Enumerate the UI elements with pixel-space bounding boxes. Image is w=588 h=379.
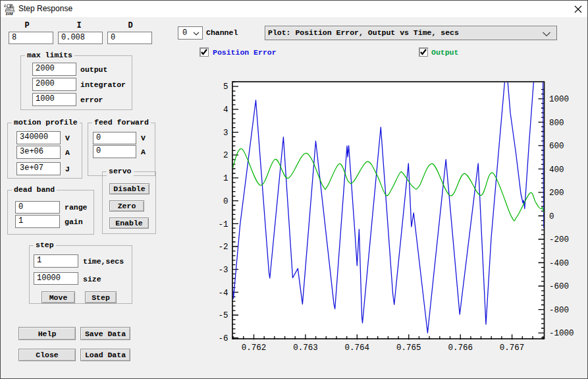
svg-text:-3: -3 bbox=[218, 266, 228, 275]
svg-text:0.765: 0.765 bbox=[396, 343, 421, 353]
svg-text:0: 0 bbox=[549, 212, 554, 221]
svg-text:-2: -2 bbox=[218, 243, 228, 252]
svg-text:0.767: 0.767 bbox=[500, 343, 525, 353]
svg-text:5: 5 bbox=[223, 82, 228, 92]
svg-text:0.762: 0.762 bbox=[242, 343, 267, 353]
svg-text:3: 3 bbox=[223, 129, 228, 138]
svg-text:800: 800 bbox=[549, 119, 564, 128]
svg-text:0: 0 bbox=[223, 197, 228, 206]
svg-text:0.764: 0.764 bbox=[345, 343, 370, 353]
svg-text:200: 200 bbox=[549, 189, 564, 198]
svg-text:400: 400 bbox=[549, 165, 564, 175]
svg-text:-1000: -1000 bbox=[549, 329, 574, 338]
svg-text:0.763: 0.763 bbox=[293, 343, 318, 353]
svg-text:-600: -600 bbox=[549, 282, 569, 291]
svg-text:1000: 1000 bbox=[549, 95, 569, 104]
svg-text:0.766: 0.766 bbox=[448, 343, 473, 353]
svg-text:-800: -800 bbox=[549, 306, 569, 315]
svg-text:-400: -400 bbox=[549, 259, 569, 268]
svg-text:4: 4 bbox=[223, 105, 228, 115]
svg-text:-200: -200 bbox=[549, 235, 569, 245]
svg-text:600: 600 bbox=[549, 142, 564, 151]
svg-text:-5: -5 bbox=[218, 311, 228, 320]
svg-text:1: 1 bbox=[223, 174, 228, 183]
svg-text:-4: -4 bbox=[218, 289, 228, 298]
svg-text:-1: -1 bbox=[218, 220, 228, 229]
svg-text:-6: -6 bbox=[218, 334, 228, 343]
svg-text:2: 2 bbox=[223, 151, 228, 160]
